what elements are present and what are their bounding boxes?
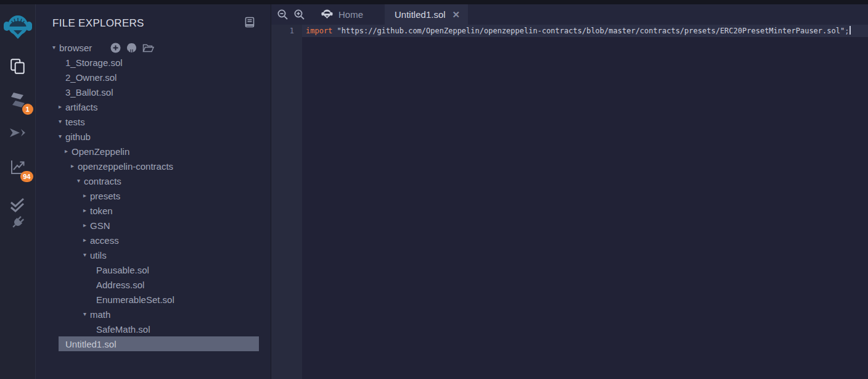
- chevron-right-icon[interactable]: ▸: [83, 233, 90, 248]
- folder-presets[interactable]: ▸presets: [83, 188, 271, 203]
- code-line[interactable]: import "https://github.com/OpenZeppelin/…: [302, 25, 868, 37]
- file-EnumerableSet.sol[interactable]: EnumerableSet.sol: [89, 292, 271, 307]
- folder-token[interactable]: ▸token: [83, 203, 271, 218]
- zoom-out-button[interactable]: [274, 4, 291, 25]
- activity-bar: 1 94: [0, 4, 36, 379]
- tree-item-label: contracts: [84, 176, 121, 186]
- tree-item-label: 3_Ballot.sol: [65, 87, 113, 98]
- folder-utils[interactable]: ▾utils: [83, 248, 271, 262]
- tree-item-label: token: [90, 206, 113, 216]
- tree-item-label: OpenZeppelin: [72, 146, 129, 157]
- tree-item-label: 1_Storage.sol: [65, 57, 123, 68]
- sidebar-item-plugin-manager[interactable]: [9, 215, 27, 232]
- tree-item-label: openzeppelin-contracts: [78, 161, 173, 172]
- tree-item-label: artifacts: [65, 102, 98, 112]
- chevron-down-icon[interactable]: ▾: [59, 129, 65, 144]
- folder-github[interactable]: ▾github: [59, 129, 271, 144]
- create-file-icon[interactable]: [110, 43, 121, 53]
- file-SafeMath.sol[interactable]: SafeMath.sol: [89, 322, 271, 336]
- deploy-run-icon: [9, 125, 27, 143]
- folder-openzeppelin-contracts[interactable]: ▸openzeppelin-contracts: [71, 159, 271, 173]
- tree-item-label: Address.sol: [96, 280, 144, 290]
- file-explorer-icon: [10, 58, 26, 77]
- remix-logo[interactable]: [3, 12, 33, 43]
- folder-math[interactable]: ▾math: [83, 307, 271, 322]
- chevron-down-icon[interactable]: ▾: [52, 40, 59, 55]
- file-Untitled1.sol[interactable]: Untitled1.sol: [59, 336, 259, 351]
- tree-item-label: EnumerableSet.sol: [96, 294, 174, 305]
- sidebar-item-file-explorer[interactable]: [9, 59, 27, 76]
- folder-GSN[interactable]: ▸GSN: [83, 218, 271, 233]
- tab-home[interactable]: Home: [313, 4, 372, 25]
- panel-title: FILE EXPLORERS: [52, 17, 144, 30]
- plug-icon: [10, 214, 26, 233]
- badge: 1: [22, 104, 33, 115]
- github-icon[interactable]: [126, 43, 137, 53]
- file-3_Ballot.sol[interactable]: 3_Ballot.sol: [59, 85, 271, 99]
- tree-item-label: browser: [59, 43, 92, 53]
- tree-item-label: math: [90, 309, 110, 320]
- remix-ide-window: 1 94: [0, 4, 868, 379]
- editor-tab-bar: Home Untitled1.sol ✕: [271, 4, 868, 25]
- file-Pausable.sol[interactable]: Pausable.sol: [89, 262, 271, 277]
- sidebar-item-analysis[interactable]: 94: [9, 160, 27, 177]
- tree-item-label: presets: [90, 191, 120, 201]
- tree-item-label: utils: [90, 250, 107, 260]
- open-folder-icon[interactable]: [142, 43, 154, 52]
- file-tree: ▾browser1_Storage.sol2_Owner.sol3_Ballot…: [36, 40, 271, 351]
- code-content[interactable]: import "https://github.com/OpenZeppelin/…: [302, 25, 868, 379]
- zoom-in-button[interactable]: [291, 4, 308, 25]
- folder-OpenZeppelin[interactable]: ▸OpenZeppelin: [65, 144, 271, 159]
- file-explorer-panel: FILE EXPLORERS ▾browser1_Storage.sol2_Ow…: [36, 4, 271, 379]
- code-token-string: "https://github.com/OpenZeppelin/openzep…: [337, 27, 845, 35]
- code-token-keyword: import: [306, 27, 337, 35]
- file-1_Storage.sol[interactable]: 1_Storage.sol: [59, 55, 271, 70]
- chevron-down-icon[interactable]: ▾: [77, 173, 84, 188]
- badge: 94: [20, 171, 33, 182]
- remix-logo-icon: [321, 8, 333, 22]
- chevron-down-icon[interactable]: ▾: [59, 114, 65, 129]
- tree-item-label: github: [65, 131, 91, 142]
- tab-untitled1-sol[interactable]: Untitled1.sol ✕: [385, 4, 468, 25]
- chevron-down-icon[interactable]: ▾: [83, 248, 90, 262]
- tab-label: Untitled1.sol: [395, 9, 446, 20]
- code-editor: 1 import "https://github.com/OpenZeppeli…: [271, 25, 868, 379]
- chevron-right-icon[interactable]: ▸: [59, 99, 65, 114]
- text-cursor: [850, 26, 851, 35]
- book-icon[interactable]: [245, 17, 255, 30]
- window-top-strip: [0, 0, 868, 4]
- tree-item-label: access: [90, 235, 119, 246]
- tree-item-label: tests: [65, 117, 85, 127]
- chevron-down-icon[interactable]: ▾: [83, 307, 90, 322]
- line-number-gutter: 1: [271, 25, 302, 379]
- chevron-right-icon[interactable]: ▸: [83, 218, 90, 233]
- chevron-right-icon[interactable]: ▸: [65, 144, 72, 159]
- tree-item-label: GSN: [90, 220, 110, 231]
- folder-tests[interactable]: ▾tests: [59, 114, 271, 129]
- file-Address.sol[interactable]: Address.sol: [89, 277, 271, 292]
- tree-item-label: Pausable.sol: [96, 265, 149, 275]
- line-number: 1: [271, 25, 302, 37]
- folder-browser[interactable]: ▾browser: [52, 40, 271, 55]
- sidebar-item-unit-testing[interactable]: [9, 198, 27, 215]
- tab-label: Home: [338, 9, 363, 20]
- close-tab-icon[interactable]: ✕: [452, 10, 461, 19]
- folder-contracts[interactable]: ▾contracts: [77, 173, 271, 188]
- editor-area: Home Untitled1.sol ✕ 1 import "https://g…: [271, 4, 868, 379]
- chevron-right-icon[interactable]: ▸: [83, 188, 90, 203]
- tree-item-label: SafeMath.sol: [96, 324, 150, 335]
- panel-header: FILE EXPLORERS: [36, 4, 271, 30]
- chevron-right-icon[interactable]: ▸: [83, 203, 90, 218]
- tree-item-label: 2_Owner.sol: [65, 72, 117, 83]
- tree-row-actions: [110, 43, 154, 53]
- folder-artifacts[interactable]: ▸artifacts: [59, 99, 271, 114]
- tree-item-label: Untitled1.sol: [65, 339, 117, 349]
- chevron-right-icon[interactable]: ▸: [71, 159, 78, 173]
- code-token-default: ;: [845, 27, 849, 35]
- file-2_Owner.sol[interactable]: 2_Owner.sol: [59, 70, 271, 85]
- sidebar-item-deploy-and-run[interactable]: [9, 125, 27, 143]
- folder-access[interactable]: ▸access: [83, 233, 271, 248]
- sidebar-item-solidity-compiler[interactable]: 1: [9, 93, 27, 110]
- double-check-icon: [9, 198, 26, 215]
